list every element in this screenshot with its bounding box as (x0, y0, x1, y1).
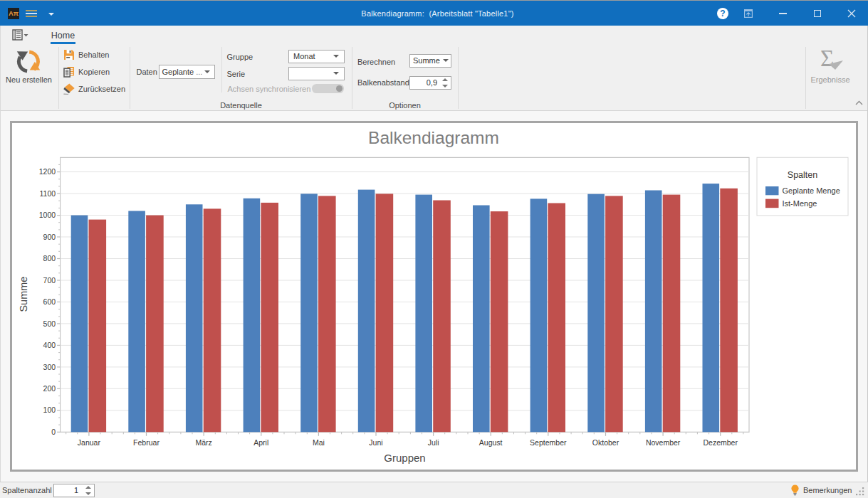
svg-text:500: 500 (43, 319, 56, 328)
svg-text:Juni: Juni (369, 438, 382, 447)
svg-text:Spalten: Spalten (788, 170, 817, 180)
svg-text:Juli: Juli (428, 438, 439, 447)
svg-text:Mai: Mai (313, 438, 325, 447)
svg-text:November: November (646, 438, 681, 447)
svg-text:Σ: Σ (820, 46, 834, 71)
svg-text:100: 100 (43, 406, 56, 414)
svg-text:400: 400 (43, 341, 56, 349)
svg-text:Summe: Summe (19, 277, 30, 312)
svg-text:Februar: Februar (133, 438, 160, 447)
svg-text:1200: 1200 (39, 167, 56, 176)
svg-text:April: April (253, 438, 268, 447)
svg-text:September: September (530, 438, 567, 447)
svg-text:200: 200 (43, 384, 56, 393)
svg-text:300: 300 (43, 363, 56, 371)
svg-text:0: 0 (51, 428, 56, 436)
svg-text:Geplante Menge: Geplante Menge (783, 186, 840, 195)
svg-text:1000: 1000 (39, 211, 56, 219)
svg-text:Oktober: Oktober (592, 438, 619, 447)
svg-text:700: 700 (43, 276, 56, 285)
svg-text:Ist-Menge: Ist-Menge (783, 199, 817, 208)
svg-text:März: März (195, 438, 211, 447)
svg-text:Januar: Januar (78, 438, 101, 447)
svg-text:800: 800 (43, 254, 56, 263)
svg-text:Dezember: Dezember (703, 438, 738, 447)
svg-text:Balkendiagramm: Balkendiagramm (368, 128, 499, 147)
svg-text:600: 600 (43, 297, 56, 306)
svg-text:900: 900 (43, 233, 56, 241)
svg-text:Gruppen: Gruppen (384, 452, 425, 464)
svg-text:August: August (479, 438, 503, 447)
svg-text:1100: 1100 (40, 189, 56, 198)
